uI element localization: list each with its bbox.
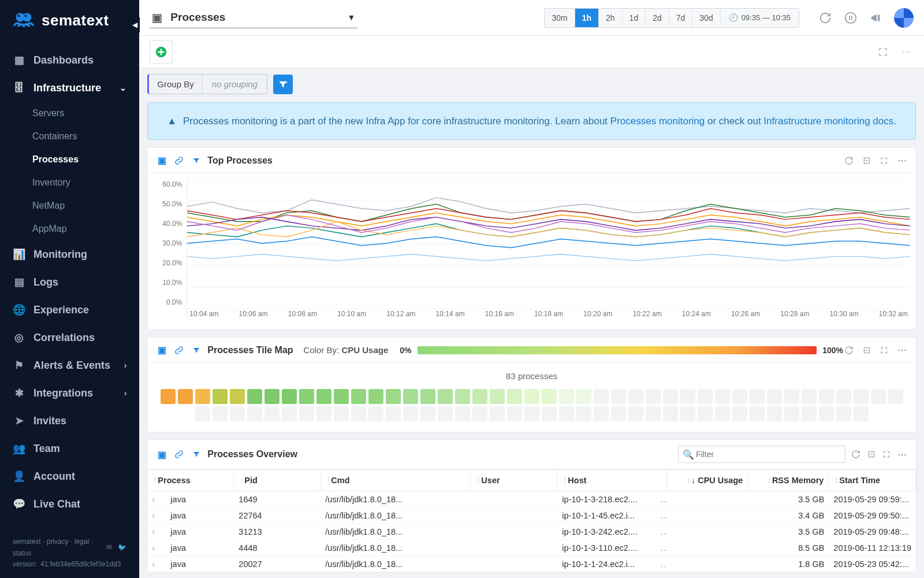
add-filter-button[interactable]: + — [273, 75, 293, 94]
table-row[interactable]: › java 31213 /usr/lib/jdk1.8.0_18... ip-… — [147, 524, 916, 540]
process-tile[interactable] — [680, 389, 695, 404]
brand-logo[interactable]: sematext — [0, 0, 139, 43]
sidebar-item-logs[interactable]: ▤Logs — [0, 268, 139, 296]
process-tile[interactable] — [420, 406, 435, 421]
process-tile[interactable] — [611, 389, 626, 404]
process-tile[interactable] — [264, 406, 280, 421]
process-tile[interactable] — [646, 389, 661, 404]
footer-link-legal[interactable]: legal — [74, 538, 89, 546]
link-icon[interactable] — [173, 344, 185, 357]
process-tile[interactable] — [542, 389, 557, 404]
process-tile[interactable] — [750, 406, 765, 421]
row-expand-icon[interactable]: › — [147, 541, 166, 555]
row-more-button[interactable]: … — [655, 509, 667, 523]
row-more-button[interactable]: … — [655, 492, 667, 506]
more-menu-button[interactable]: ⋯ — [899, 46, 914, 58]
process-tile[interactable] — [628, 406, 643, 421]
process-tile[interactable] — [334, 389, 349, 404]
table-row[interactable]: › java 20027 /usr/lib/jdk1.8.0_18... ip-… — [147, 556, 916, 572]
process-tile[interactable] — [594, 406, 609, 421]
row-more-button[interactable]: … — [655, 557, 667, 571]
th-cpu-usage[interactable]: ⋮↓ CPU Usage — [667, 470, 748, 491]
sidebar-subitem-servers[interactable]: Servers — [32, 102, 139, 125]
sidebar-subitem-processes[interactable]: Processes — [32, 148, 139, 171]
panel-fullscreen-button[interactable] — [879, 155, 889, 166]
process-tile[interactable] — [732, 389, 747, 404]
process-tile[interactable] — [663, 389, 678, 404]
row-more-button[interactable]: … — [655, 541, 667, 555]
process-tile[interactable] — [715, 389, 730, 404]
process-tile[interactable] — [299, 389, 314, 404]
sidebar-item-correlations[interactable]: ◎Correlations — [0, 324, 139, 351]
footer-link-privacy[interactable]: privacy — [47, 538, 69, 546]
panel-refresh-button[interactable] — [843, 155, 855, 166]
panel-collapse-button[interactable] — [862, 155, 872, 166]
process-tile[interactable] — [386, 406, 401, 421]
process-tile[interactable] — [472, 406, 487, 421]
sidebar-item-account[interactable]: 👤Account — [0, 462, 139, 490]
process-tile[interactable] — [420, 389, 435, 404]
panel-more-button[interactable]: ⋯ — [896, 448, 908, 461]
th-process[interactable]: ⋮Process — [147, 470, 234, 491]
timerange-2h[interactable]: 2h — [599, 9, 623, 27]
process-tile[interactable] — [507, 389, 522, 404]
process-tile[interactable] — [594, 389, 609, 404]
panel-collapse-button[interactable] — [862, 345, 872, 355]
timerange-1h[interactable]: 1h — [575, 9, 599, 27]
sidebar-item-experience[interactable]: 🌐Experience — [0, 296, 139, 324]
twitter-icon[interactable]: 🐦 — [118, 542, 126, 553]
timerange-1d[interactable]: 1d — [623, 9, 646, 27]
process-tile[interactable] — [524, 406, 539, 421]
process-tile[interactable] — [836, 389, 851, 404]
user-avatar[interactable] — [894, 8, 914, 28]
process-tile[interactable] — [282, 389, 297, 404]
process-tile[interactable] — [282, 406, 297, 421]
sidebar-item-monitoring[interactable]: 📊Monitoring — [0, 240, 139, 268]
process-tile[interactable] — [628, 389, 643, 404]
process-tile[interactable] — [750, 389, 765, 404]
groupby-selector[interactable]: Group By no grouping — [147, 74, 267, 94]
process-tile[interactable] — [490, 389, 505, 404]
th-start-time[interactable]: ⋮Start Time — [829, 470, 916, 491]
process-tile[interactable] — [299, 406, 314, 421]
process-tile[interactable] — [334, 406, 349, 421]
timerange-30m[interactable]: 30m — [545, 9, 575, 27]
process-tile[interactable] — [888, 389, 903, 404]
process-tile[interactable] — [819, 389, 834, 404]
sidebar-subitem-netmap[interactable]: NetMap — [32, 194, 139, 217]
row-expand-icon[interactable]: › — [147, 509, 166, 523]
table-row[interactable]: › java 4448 /usr/lib/jdk1.8.0_18... ip-1… — [147, 540, 916, 556]
process-tile[interactable] — [715, 406, 730, 421]
process-tile[interactable] — [784, 389, 799, 404]
process-tile[interactable] — [854, 406, 869, 421]
th-pid[interactable]: ⋮Pid — [234, 470, 321, 491]
process-tile[interactable] — [836, 406, 851, 421]
table-filter-input[interactable] — [678, 446, 845, 463]
process-tile[interactable] — [386, 389, 401, 404]
process-tile[interactable] — [316, 389, 331, 404]
process-tile[interactable] — [178, 389, 193, 404]
th-cmd[interactable]: ⋮Cmd — [321, 470, 471, 491]
panel-collapse-button[interactable] — [866, 449, 877, 460]
process-tile[interactable] — [213, 389, 228, 404]
process-tile[interactable] — [316, 406, 331, 421]
row-expand-icon[interactable]: › — [147, 525, 166, 539]
link-processes-monitoring[interactable]: Processes monitoring — [610, 116, 705, 127]
table-row[interactable]: › java 1649 /usr/lib/jdk1.8.0_18... ip-1… — [147, 491, 916, 507]
process-tile[interactable] — [230, 389, 245, 404]
process-tile[interactable] — [438, 406, 453, 421]
process-tile[interactable] — [213, 406, 228, 421]
process-tile[interactable] — [247, 389, 262, 404]
fullscreen-button[interactable] — [875, 46, 891, 58]
pause-button[interactable] — [843, 10, 858, 25]
sidebar-item-dashboards[interactable]: ▦Dashboards — [0, 46, 139, 74]
footer-link-sematext[interactable]: sematext — [13, 538, 41, 546]
process-tile[interactable] — [403, 389, 418, 404]
timerange-absolute[interactable]: 🕘09:35 — 10:35 — [721, 9, 799, 27]
process-tile[interactable] — [559, 389, 574, 404]
panel-more-button[interactable]: ⋯ — [896, 154, 908, 167]
process-tile[interactable] — [368, 389, 383, 404]
process-tile[interactable] — [161, 389, 176, 404]
th-host[interactable]: ⋮Host — [557, 470, 667, 491]
process-tile[interactable] — [576, 406, 591, 421]
